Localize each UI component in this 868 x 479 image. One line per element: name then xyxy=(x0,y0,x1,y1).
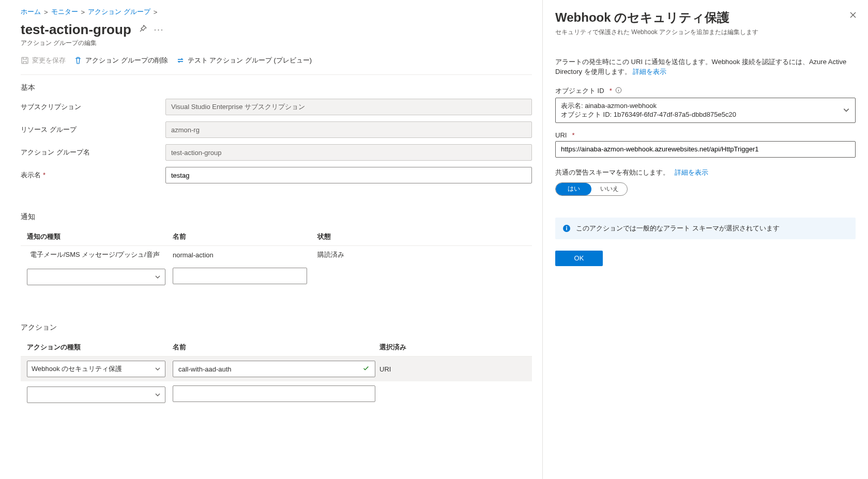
schema-row: 共通の警告スキーマを有効にします。 詳細を表示 xyxy=(555,168,856,177)
side-panel: Webhook のセキュリティ保護 セキュリティで保護された Webhook ア… xyxy=(542,0,868,479)
col-name: 名前 xyxy=(173,232,317,241)
save-icon xyxy=(21,56,29,65)
col-state: 状態 xyxy=(317,232,400,241)
table-row: 電子メール/SMS メッセージ/プッシュ/音声 normal-action 購読… xyxy=(21,246,532,264)
chevron-down-icon xyxy=(843,106,850,114)
object-id-dropdown[interactable]: 表示名: ainaba-azmon-webhook オブジェクト ID: 1b7… xyxy=(555,98,856,123)
display-name-row: 表示名* xyxy=(21,167,532,183)
table-row-new xyxy=(21,381,532,408)
display-name-field[interactable] xyxy=(165,167,532,183)
action-type-select[interactable]: Webhook のセキュリティ保護 xyxy=(27,361,165,377)
resource-group-row: リソース グループ xyxy=(21,121,532,138)
breadcrumb-monitor[interactable]: モニター xyxy=(51,7,78,17)
panel-description: アラートの発生時にこの URI に通知を送信します。Webhook 接続を認証す… xyxy=(555,57,856,77)
notifications-section-title: 通知 xyxy=(21,212,532,222)
test-button[interactable]: テスト アクション グループ (プレビュー) xyxy=(176,56,312,65)
required-mark: * xyxy=(572,131,574,139)
subscription-label: サブスクリプション xyxy=(21,102,165,112)
schema-learn-more-link[interactable]: 詳細を表示 xyxy=(675,168,708,177)
object-id-lines: 表示名: ainaba-azmon-webhook オブジェクト ID: 1b7… xyxy=(561,101,736,119)
breadcrumb-sep: > xyxy=(44,8,48,16)
chevron-down-icon xyxy=(155,392,161,398)
test-label: テスト アクション グループ (プレビュー) xyxy=(188,56,312,65)
schema-label: 共通の警告スキーマを有効にします。 xyxy=(555,168,669,177)
save-button: 変更を保存 xyxy=(21,56,66,65)
delete-button[interactable]: アクション グループの削除 xyxy=(74,56,168,65)
object-display-name: 表示名: ainaba-azmon-webhook xyxy=(561,101,736,111)
toolbar: 変更を保存 アクション グループの削除 テスト アクション グループ (プレビュ… xyxy=(21,56,532,70)
table-header: 通知の種類 名前 状態 xyxy=(21,228,532,246)
object-id-value: オブジェクト ID: 1b76349f-6fd7-47df-87a5-dbbd8… xyxy=(561,110,736,119)
close-button[interactable] xyxy=(849,11,857,20)
learn-more-link[interactable]: 詳細を表示 xyxy=(633,68,666,75)
panel-body: アラートの発生時にこの URI に通知を送信します。Webhook 接続を認証す… xyxy=(555,57,856,266)
svg-rect-0 xyxy=(22,57,28,64)
notification-name-value: normal-action xyxy=(173,251,317,259)
more-icon[interactable]: ··· xyxy=(154,25,164,35)
breadcrumb-action-groups[interactable]: アクション グループ xyxy=(88,7,150,17)
action-selected-value: URI xyxy=(379,365,421,373)
col-selected: 選択済み xyxy=(379,343,421,352)
info-icon xyxy=(562,224,571,233)
breadcrumb-sep: > xyxy=(81,8,85,16)
check-icon xyxy=(362,365,370,374)
actions-table: アクションの種類 名前 選択済み Webhook のセキュリティ保護 call-… xyxy=(21,338,532,408)
chevron-down-icon xyxy=(155,366,161,372)
notification-type-value: 電子メール/SMS メッセージ/プッシュ/音声 xyxy=(23,250,173,259)
basic-section-title: 基本 xyxy=(21,83,532,92)
page-subtitle: アクション グループの編集 xyxy=(21,39,532,48)
trash-icon xyxy=(74,56,82,65)
required-mark: * xyxy=(610,87,612,95)
page-title: test-action-group xyxy=(21,22,131,38)
display-name-label: 表示名* xyxy=(21,171,165,180)
panel-title: Webhook のセキュリティ保護 xyxy=(555,9,856,26)
required-mark: * xyxy=(43,171,45,179)
subscription-row: サブスクリプション xyxy=(21,99,532,115)
action-group-name-row: アクション グループ名 xyxy=(21,144,532,161)
close-icon xyxy=(849,11,857,19)
info-message: このアクションでは一般的なアラート スキーマが選択されています xyxy=(576,224,780,233)
notifications-table: 通知の種類 名前 状態 電子メール/SMS メッセージ/プッシュ/音声 norm… xyxy=(21,228,532,290)
table-header: アクションの種類 名前 選択済み xyxy=(21,338,532,357)
notification-state-value: 購読済み xyxy=(317,250,400,259)
info-icon[interactable] xyxy=(615,87,622,95)
toggle-no[interactable]: いいえ xyxy=(591,183,627,195)
table-row: Webhook のセキュリティ保護 call-with-aad-auth URI xyxy=(21,357,532,381)
col-action-type: アクションの種類 xyxy=(23,343,173,352)
page-title-row: test-action-group ··· xyxy=(21,22,532,38)
action-group-name-field xyxy=(165,144,532,161)
subscription-field xyxy=(165,99,532,115)
resource-group-field xyxy=(165,121,532,138)
action-type-select-new[interactable] xyxy=(27,387,165,403)
info-box: このアクションでは一般的なアラート スキーマが選択されています xyxy=(555,218,856,239)
notification-type-select[interactable] xyxy=(27,269,165,285)
panel-subtitle: セキュリティで保護された Webhook アクションを追加または編集します xyxy=(555,28,856,37)
object-id-label: オブジェクト ID* xyxy=(555,86,856,96)
breadcrumb-home[interactable]: ホーム xyxy=(21,7,41,17)
main-content: ホーム > モニター > アクション グループ > test-action-gr… xyxy=(0,0,542,479)
ok-button[interactable]: OK xyxy=(555,251,603,266)
schema-toggle[interactable]: はい いいえ xyxy=(555,182,628,196)
table-row-new xyxy=(21,264,532,290)
chevron-down-icon xyxy=(155,274,161,280)
actions-section-title: アクション xyxy=(21,323,532,332)
action-group-name-label: アクション グループ名 xyxy=(21,148,165,157)
resource-group-label: リソース グループ xyxy=(21,125,165,134)
breadcrumb: ホーム > モニター > アクション グループ > xyxy=(21,7,532,17)
action-type-value: Webhook のセキュリティ保護 xyxy=(32,364,122,374)
swap-icon xyxy=(176,56,185,65)
breadcrumb-sep: > xyxy=(154,8,158,16)
action-name-input-new[interactable] xyxy=(173,385,375,402)
col-notification-type: 通知の種類 xyxy=(23,232,173,241)
uri-input[interactable] xyxy=(555,141,856,158)
divider xyxy=(21,74,532,75)
action-name-input[interactable]: call-with-aad-auth xyxy=(173,361,375,377)
notification-name-input[interactable] xyxy=(173,268,307,284)
toggle-yes[interactable]: はい xyxy=(556,183,591,195)
pin-icon[interactable] xyxy=(139,25,147,35)
col-name: 名前 xyxy=(173,343,379,352)
action-name-value: call-with-aad-auth xyxy=(178,365,232,373)
save-label: 変更を保存 xyxy=(32,56,66,65)
delete-label: アクション グループの削除 xyxy=(85,56,168,65)
uri-label: URI* xyxy=(555,131,856,139)
